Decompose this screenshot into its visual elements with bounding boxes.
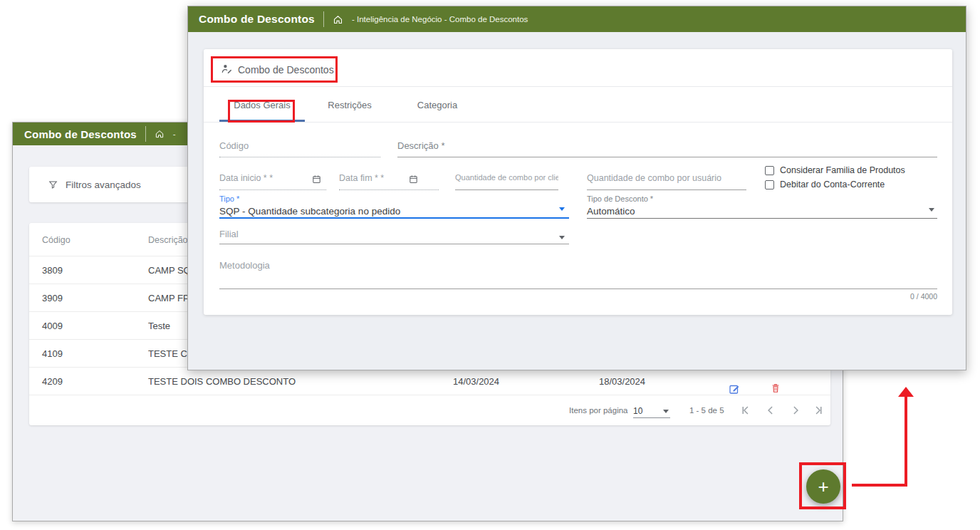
page: Combo de Descontos - Filtros avançados C… xyxy=(0,0,980,530)
appbar-divider xyxy=(145,126,146,142)
active-tab-indicator xyxy=(219,120,305,122)
trash-icon xyxy=(770,383,781,394)
tab-restricoes[interactable]: Restrições xyxy=(307,87,392,123)
debitar-conta-corrente-label: Debitar do Conta-Corrente xyxy=(780,180,885,189)
first-page-icon xyxy=(739,403,753,417)
chevron-down-icon xyxy=(929,208,934,212)
next-page-button[interactable] xyxy=(788,403,803,419)
descricao-label: Descrição * xyxy=(397,140,937,151)
list-window-title: Combo de Descontos xyxy=(24,128,137,140)
form-card-title: Combo de Descontos xyxy=(238,64,334,76)
chevron-down-icon xyxy=(559,236,565,239)
items-per-page-label: Itens por página xyxy=(569,406,627,415)
column-header-codigo: Código xyxy=(42,235,71,245)
descricao-field[interactable]: Descrição * xyxy=(397,140,937,157)
items-per-page-select[interactable]: 10 xyxy=(633,404,670,418)
column-header-descricao: Descrição xyxy=(148,235,188,245)
edit-pencil-icon xyxy=(728,383,741,395)
considerar-familia-checkbox[interactable]: Considerar Familia de Produtos xyxy=(765,165,905,175)
chevron-down-icon xyxy=(663,410,669,413)
previous-page-button[interactable] xyxy=(763,403,778,419)
pagination-range: 1 - 5 de 5 xyxy=(689,406,724,415)
tipo-desconto-value: Automático xyxy=(587,206,937,217)
table-row: 4209 TESTE DOIS COMBO DESCONTO 14/03/202… xyxy=(29,367,830,395)
char-counter: 0 / 4000 xyxy=(910,292,937,301)
checkbox-icon xyxy=(765,180,774,189)
filter-funnel-icon xyxy=(48,180,58,190)
tipo-label: Tipo * xyxy=(219,194,569,203)
tab-dados-gerais[interactable]: Dados Gerais xyxy=(219,87,305,123)
cell-codigo: 4109 xyxy=(42,348,63,359)
qtd-combo-cliente-label: Quantidade de combo por clien... xyxy=(455,173,558,182)
add-combo-fab[interactable]: + xyxy=(806,469,840,504)
annotation-arrow-line xyxy=(905,396,907,487)
metodologia-textarea[interactable]: Metodologia xyxy=(219,260,937,289)
metodologia-label: Metodologia xyxy=(219,260,937,271)
form-card: Combo de Descontos Dados Gerais Restriçõ… xyxy=(204,49,952,315)
pagination-bar: Itens por página 10 1 - 5 de 5 xyxy=(29,395,830,425)
breadcrumb: - xyxy=(173,130,176,138)
qtd-combo-usuario-field[interactable]: Quantidade de combo por usuário xyxy=(587,173,746,190)
codigo-field[interactable]: Código xyxy=(219,140,380,157)
considerar-familia-label: Considerar Familia de Produtos xyxy=(780,165,905,175)
cell-codigo: 3909 xyxy=(42,293,63,303)
cell-data-inicio: 14/03/2024 xyxy=(453,376,499,387)
first-page-button[interactable] xyxy=(738,403,754,419)
form-window: Combo de Descontos - Inteligência de Neg… xyxy=(187,6,966,370)
data-inicio-field[interactable]: Data inicio * * xyxy=(219,173,326,190)
tab-categoria[interactable]: Categoria xyxy=(395,87,480,123)
codigo-label: Código xyxy=(219,140,380,151)
form-window-title: Combo de Descontos xyxy=(199,13,315,26)
chevron-right-icon xyxy=(788,403,803,417)
calendar-icon[interactable] xyxy=(311,174,322,185)
qtd-combo-cliente-field[interactable]: Quantidade de combo por clien... xyxy=(455,173,558,190)
last-page-icon xyxy=(811,403,825,417)
chevron-left-icon xyxy=(763,403,778,417)
delete-row-button[interactable] xyxy=(763,374,777,388)
home-icon[interactable] xyxy=(333,14,343,25)
debitar-conta-corrente-checkbox[interactable]: Debitar do Conta-Corrente xyxy=(765,180,885,189)
calendar-icon[interactable] xyxy=(408,174,419,185)
cell-codigo: 4209 xyxy=(42,376,63,387)
user-edit-icon xyxy=(221,63,233,75)
data-inicio-label: Data inicio * * xyxy=(219,173,326,183)
tipo-value: SQP - Quantidade subcategoria no pedido xyxy=(219,206,569,217)
data-fim-label: Data fim * * xyxy=(339,173,439,183)
tab-bar: Dados Gerais Restrições Categoria xyxy=(204,87,952,123)
last-page-button[interactable] xyxy=(810,403,826,419)
tipo-desconto-select[interactable]: Tipo de Desconto * Automático xyxy=(587,194,937,219)
tipo-desconto-label: Tipo de Desconto * xyxy=(587,194,937,203)
cell-codigo: 4009 xyxy=(42,321,63,331)
annotation-arrow-line xyxy=(852,484,907,487)
form-card-header: Combo de Descontos xyxy=(204,49,952,87)
cell-descricao: Teste xyxy=(148,321,170,331)
cell-codigo: 3809 xyxy=(42,265,63,276)
breadcrumb: - Inteligência de Negócio - Combo de Des… xyxy=(352,15,528,24)
edit-row-button[interactable] xyxy=(721,374,735,388)
annotation-arrow-head xyxy=(898,387,914,397)
filial-select[interactable]: Filial xyxy=(219,229,569,244)
qtd-combo-usuario-label: Quantidade de combo por usuário xyxy=(587,173,746,183)
form-appbar: Combo de Descontos - Inteligência de Neg… xyxy=(188,6,966,32)
items-per-page-value: 10 xyxy=(633,406,642,416)
advanced-filters-label: Filtros avançados xyxy=(66,180,141,190)
tipo-select[interactable]: Tipo * SQP - Quantidade subcategoria no … xyxy=(219,194,569,219)
home-icon[interactable] xyxy=(155,129,165,139)
appbar-divider xyxy=(323,11,324,27)
cell-descricao: TESTE DOIS COMBO DESCONTO xyxy=(148,376,296,387)
data-fim-field[interactable]: Data fim * * xyxy=(339,173,439,190)
checkbox-icon xyxy=(765,166,774,175)
chevron-down-icon xyxy=(559,207,565,211)
cell-data-fim: 18/03/2024 xyxy=(599,376,645,387)
filial-label: Filial xyxy=(219,229,569,239)
form-body: Combo de Descontos Dados Gerais Restriçõ… xyxy=(188,32,966,370)
